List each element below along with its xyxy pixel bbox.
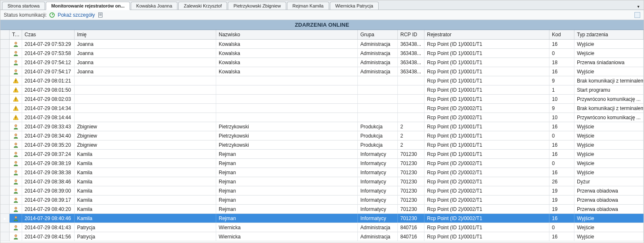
cell-rcpid: 840716 — [398, 223, 424, 232]
col-kod[interactable]: Kod — [549, 30, 574, 39]
cell-rcpid: 701230 — [398, 205, 424, 213]
table-row[interactable]: 2014-07-29 08:41:56PatrycjaWiernickaAdmi… — [0, 232, 644, 241]
cell-kod: 0 — [549, 131, 574, 140]
cell-typ: Wyjście — [574, 150, 644, 158]
cell-czas: 2014-07-29 08:37:24 — [22, 150, 75, 158]
table-row[interactable]: 2014-07-29 08:14:44Rcp Point (ID 2)/0002… — [0, 113, 644, 122]
col-grupa[interactable]: Grupa — [358, 30, 398, 39]
tab-5[interactable]: Rejman Kamila — [287, 2, 329, 10]
person-icon — [10, 177, 22, 186]
tab-0[interactable]: Strona startowa — [2, 2, 45, 10]
cell-typ: Wyjście — [574, 232, 644, 241]
cell-grupa: Produkcja — [358, 140, 398, 149]
table-row[interactable]: 2014-07-29 07:53:58JoannaKowalskaAdminis… — [0, 49, 644, 58]
cell-kod: 9 — [549, 76, 574, 85]
svg-rect-16 — [15, 98, 16, 100]
svg-point-33 — [15, 207, 17, 209]
col-tag[interactable]: Tag — [10, 30, 22, 39]
person-icon — [10, 168, 22, 177]
row-marker — [0, 205, 10, 213]
grid-body[interactable]: 2014-07-29 07:53:29JoannaKowalskaAdminis… — [0, 40, 644, 241]
panel-toggle-button[interactable] — [634, 12, 640, 18]
cell-typ: Brak komunikacji z terminalem — [574, 104, 644, 113]
table-row[interactable]: 2014-07-29 08:40:20KamilaRejmanInformaty… — [0, 205, 644, 214]
table-row[interactable]: 2014-07-29 07:54:17JoannaKowalskaAdminis… — [0, 67, 644, 76]
row-marker: ▸ — [0, 214, 10, 223]
tab-6[interactable]: Wiernicka Patrycja — [330, 2, 379, 10]
table-row[interactable]: 2014-07-29 08:33:43ZbigniewPietrzykowski… — [0, 122, 644, 131]
col-nazwisko[interactable]: Nazwisko — [216, 30, 358, 39]
cell-grupa: Informatycy — [358, 159, 398, 168]
cell-imie: Joanna — [75, 49, 216, 58]
table-row[interactable]: 2014-07-29 08:35:20ZbigniewPietrzykowski… — [0, 140, 644, 150]
col-rejestrator[interactable]: Rejestrator — [424, 30, 549, 39]
row-marker — [0, 232, 10, 241]
status-label: Status komunikacji: — [4, 12, 47, 18]
col-czas[interactable]: Czas — [22, 30, 75, 39]
cell-imie — [75, 85, 216, 94]
cell-imie — [75, 104, 216, 113]
cell-rcpid: 2 — [398, 122, 424, 131]
svg-point-36 — [15, 234, 17, 236]
cell-kod: 9 — [549, 104, 574, 113]
cell-kod: 16 — [549, 122, 574, 131]
cell-rcpid: 701230 — [398, 195, 424, 204]
cell-grupa: Informatycy — [358, 177, 398, 186]
warning-icon — [10, 113, 22, 122]
cell-kod: 19 — [549, 186, 574, 195]
table-row[interactable]: ▸2014-07-29 08:40:46KamilaRejmanInformat… — [0, 214, 644, 223]
cell-imie: Joanna — [75, 58, 216, 67]
tab-4[interactable]: Pietrzykowski Zbigniew — [228, 2, 286, 10]
table-row[interactable]: 2014-07-29 08:02:03Rcp Point (ID 1)/0001… — [0, 95, 644, 104]
row-marker — [0, 177, 10, 186]
col-rcpid[interactable]: RCP ID — [398, 30, 424, 39]
cell-rejestrator: Rcp Point (ID 2)/0002/T1 — [424, 159, 549, 168]
table-row[interactable]: 2014-07-29 07:53:29JoannaKowalskaAdminis… — [0, 40, 644, 49]
cell-rcpid: 840716 — [398, 232, 424, 241]
grid-header: Tag Czas Imię Nazwisko Grupa RCP ID Reje… — [0, 30, 644, 40]
cell-czas: 2014-07-29 08:01:21 — [22, 76, 75, 85]
table-row[interactable]: 2014-07-29 08:38:46KamilaRejmanInformaty… — [0, 177, 644, 186]
table-row[interactable]: 2014-07-29 08:38:38KamilaRejmanInformaty… — [0, 168, 644, 177]
table-row[interactable]: 2014-07-29 08:37:24KamilaRejmanInformaty… — [0, 150, 644, 159]
tab-1[interactable]: Monitorowanie rejestratorów on... — [46, 2, 130, 10]
cell-czas: 2014-07-29 08:41:56 — [22, 232, 75, 241]
table-row[interactable]: 2014-07-29 07:54:12JoannaKowalskaAdminis… — [0, 58, 644, 67]
row-marker — [0, 40, 10, 48]
cell-rejestrator: Rcp Point (ID 2)/0002/T1 — [424, 104, 549, 113]
cell-nazwisko: Rejman — [216, 159, 358, 168]
table-row[interactable]: 2014-07-29 08:34:40ZbigniewPietrzykowski… — [0, 131, 644, 140]
table-row[interactable]: 2014-07-29 08:01:50Rcp Point (ID 1)/0001… — [0, 85, 644, 95]
cell-typ: Wejście — [574, 49, 644, 58]
cell-czas: 2014-07-29 08:35:20 — [22, 140, 75, 149]
cell-rcpid: 2 — [398, 140, 424, 149]
person-icon — [10, 150, 22, 158]
show-details-link[interactable]: Pokaż szczegóły — [57, 12, 95, 18]
table-row[interactable]: 2014-07-29 08:38:19KamilaRejmanInformaty… — [0, 159, 644, 168]
tab-overflow-button[interactable]: ▾ — [635, 3, 642, 10]
person-icon — [10, 232, 22, 241]
cell-rcpid: 701230 — [398, 150, 424, 158]
table-row[interactable]: 2014-07-29 08:39:00KamilaRejmanInformaty… — [0, 186, 644, 195]
col-rowmarker — [0, 30, 10, 39]
warning-icon — [10, 76, 22, 85]
cell-czas: 2014-07-29 08:38:38 — [22, 168, 75, 177]
tab-2[interactable]: Kowalska Joanna — [131, 2, 177, 10]
cell-typ: Przywrócono komunikację ... — [574, 95, 644, 103]
svg-point-31 — [15, 188, 17, 190]
col-typ[interactable]: Typ zdarzenia — [574, 30, 644, 39]
table-row[interactable]: 2014-07-29 08:14:34Rcp Point (ID 2)/0002… — [0, 104, 644, 113]
cell-grupa: Administracja — [358, 58, 398, 67]
table-row[interactable]: 2014-07-29 08:41:43PatrycjaWiernickaAdmi… — [0, 223, 644, 232]
cell-rejestrator: Rcp Point (ID 1)/0001/T1 — [424, 140, 549, 149]
tab-3[interactable]: Zalewski Krzysztof — [178, 2, 227, 10]
cell-kod: 0 — [549, 223, 574, 232]
col-imie[interactable]: Imię — [75, 30, 216, 39]
cell-typ: Przerwa śniadaniowa — [574, 58, 644, 67]
cell-czas: 2014-07-29 07:54:17 — [22, 67, 75, 76]
document-icon[interactable] — [97, 12, 103, 18]
table-row[interactable]: 2014-07-29 08:01:21Rcp Point (ID 1)/0001… — [0, 76, 644, 85]
table-row[interactable]: 2014-07-29 08:39:17KamilaRejmanInformaty… — [0, 195, 644, 205]
cell-nazwisko: Pietrzykowski — [216, 131, 358, 140]
cell-rcpid: 701230 — [398, 214, 424, 223]
